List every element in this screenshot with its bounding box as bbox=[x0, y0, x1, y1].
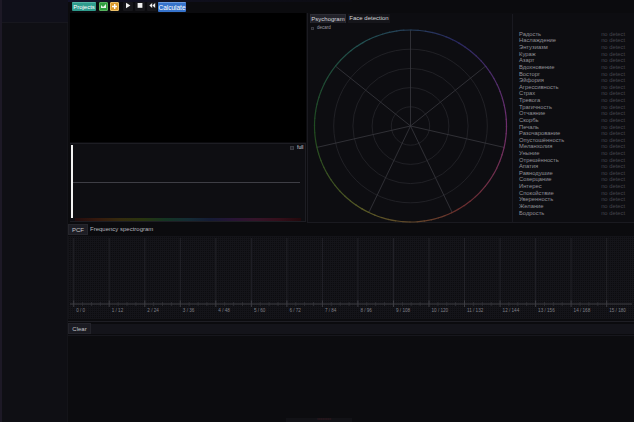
svg-text:10 / 120: 10 / 120 bbox=[432, 308, 449, 313]
svg-text:0 / 0: 0 / 0 bbox=[76, 308, 85, 313]
svg-text:11 / 132: 11 / 132 bbox=[467, 308, 484, 313]
svg-text:3 / 36: 3 / 36 bbox=[183, 308, 195, 313]
svg-text:5 / 60: 5 / 60 bbox=[254, 308, 266, 313]
svg-text:6 / 72: 6 / 72 bbox=[289, 308, 301, 313]
svg-text:2 / 24: 2 / 24 bbox=[147, 308, 159, 313]
svg-text:4 / 48: 4 / 48 bbox=[218, 308, 230, 313]
svg-text:14 / 168: 14 / 168 bbox=[574, 308, 591, 313]
svg-text:12 / 144: 12 / 144 bbox=[503, 308, 520, 313]
svg-text:15 / 180: 15 / 180 bbox=[609, 308, 626, 313]
svg-text:1 / 12: 1 / 12 bbox=[112, 308, 124, 313]
svg-text:8 / 96: 8 / 96 bbox=[360, 308, 372, 313]
svg-text:13 / 156: 13 / 156 bbox=[538, 308, 555, 313]
svg-text:9 / 108: 9 / 108 bbox=[396, 308, 410, 313]
svg-text:7 / 84: 7 / 84 bbox=[325, 308, 337, 313]
